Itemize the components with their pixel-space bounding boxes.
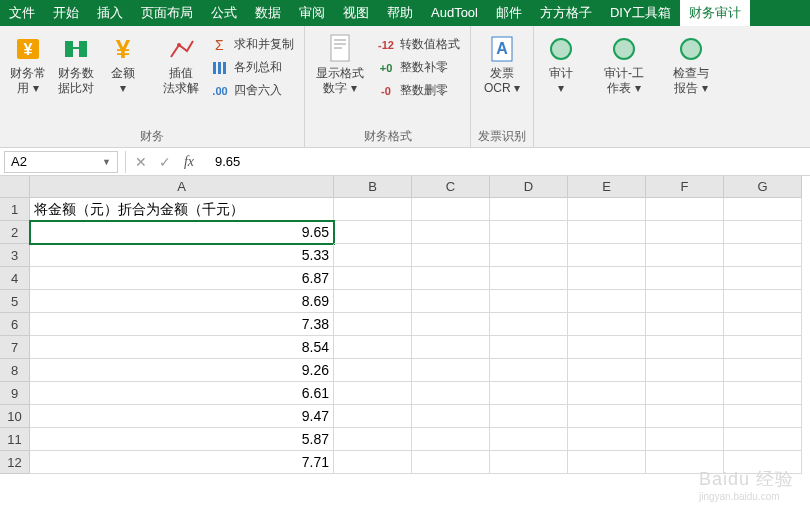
menu-item-11[interactable]: 方方格子 <box>531 0 601 26</box>
cell-D1[interactable] <box>490 198 568 221</box>
cell-B4[interactable] <box>334 267 412 290</box>
cell-E4[interactable] <box>568 267 646 290</box>
cell-D12[interactable] <box>490 451 568 474</box>
cell-D3[interactable] <box>490 244 568 267</box>
cell-F4[interactable] <box>646 267 724 290</box>
cell-E3[interactable] <box>568 244 646 267</box>
cell-G10[interactable] <box>724 405 802 428</box>
cell-F1[interactable] <box>646 198 724 221</box>
cell-E1[interactable] <box>568 198 646 221</box>
col-header-C[interactable]: C <box>412 176 490 198</box>
row-header-5[interactable]: 5 <box>0 290 30 313</box>
cell-C9[interactable] <box>412 382 490 405</box>
cell-F6[interactable] <box>646 313 724 336</box>
row-header-10[interactable]: 10 <box>0 405 30 428</box>
cell-A4[interactable]: 6.87 <box>30 267 334 290</box>
display-format-button[interactable]: 显示格式数字 ▾ <box>311 30 369 98</box>
interpolation-button[interactable]: 插值法求解 <box>159 30 203 98</box>
col-header-B[interactable]: B <box>334 176 412 198</box>
cell-F9[interactable] <box>646 382 724 405</box>
cell-A7[interactable]: 8.54 <box>30 336 334 359</box>
cell-E12[interactable] <box>568 451 646 474</box>
col-header-F[interactable]: F <box>646 176 724 198</box>
int-pad-button[interactable]: +0整数补零 <box>373 57 464 78</box>
cell-G4[interactable] <box>724 267 802 290</box>
menu-item-8[interactable]: 帮助 <box>378 0 422 26</box>
amount-button[interactable]: ¥ 金额▾ <box>102 30 144 98</box>
cell-C2[interactable] <box>412 221 490 244</box>
cell-B6[interactable] <box>334 313 412 336</box>
check-report-button[interactable]: 检查与报告 ▾ <box>666 30 716 98</box>
cell-E9[interactable] <box>568 382 646 405</box>
cell-D7[interactable] <box>490 336 568 359</box>
cell-B5[interactable] <box>334 290 412 313</box>
menu-item-2[interactable]: 插入 <box>88 0 132 26</box>
cell-F11[interactable] <box>646 428 724 451</box>
finance-compare-button[interactable]: 财务数据比对 <box>54 30 98 98</box>
col-header-G[interactable]: G <box>724 176 802 198</box>
cell-A11[interactable]: 5.87 <box>30 428 334 451</box>
cell-B1[interactable] <box>334 198 412 221</box>
cell-G8[interactable] <box>724 359 802 382</box>
cell-G6[interactable] <box>724 313 802 336</box>
cell-G7[interactable] <box>724 336 802 359</box>
cell-F2[interactable] <box>646 221 724 244</box>
cell-D8[interactable] <box>490 359 568 382</box>
row-header-9[interactable]: 9 <box>0 382 30 405</box>
cell-E10[interactable] <box>568 405 646 428</box>
menu-item-5[interactable]: 数据 <box>246 0 290 26</box>
cell-C6[interactable] <box>412 313 490 336</box>
row-header-6[interactable]: 6 <box>0 313 30 336</box>
row-header-1[interactable]: 1 <box>0 198 30 221</box>
cell-C5[interactable] <box>412 290 490 313</box>
fx-icon[interactable]: fx <box>177 154 201 170</box>
cell-B12[interactable] <box>334 451 412 474</box>
cell-A8[interactable]: 9.26 <box>30 359 334 382</box>
col-header-D[interactable]: D <box>490 176 568 198</box>
cell-E2[interactable] <box>568 221 646 244</box>
cell-F3[interactable] <box>646 244 724 267</box>
sum-copy-button[interactable]: Σ求和并复制 <box>207 34 298 55</box>
cell-B10[interactable] <box>334 405 412 428</box>
row-header-3[interactable]: 3 <box>0 244 30 267</box>
cell-E6[interactable] <box>568 313 646 336</box>
cell-C3[interactable] <box>412 244 490 267</box>
to-numeric-button[interactable]: -12转数值格式 <box>373 34 464 55</box>
cell-B8[interactable] <box>334 359 412 382</box>
row-header-11[interactable]: 11 <box>0 428 30 451</box>
cell-G2[interactable] <box>724 221 802 244</box>
row-header-12[interactable]: 12 <box>0 451 30 474</box>
select-all-corner[interactable] <box>0 176 30 198</box>
cell-B2[interactable] <box>334 221 412 244</box>
cell-F8[interactable] <box>646 359 724 382</box>
cell-D11[interactable] <box>490 428 568 451</box>
cell-A6[interactable]: 7.38 <box>30 313 334 336</box>
cell-C1[interactable] <box>412 198 490 221</box>
menu-item-1[interactable]: 开始 <box>44 0 88 26</box>
finance-common-button[interactable]: ¥ 财务常用 ▾ <box>6 30 50 98</box>
cell-D10[interactable] <box>490 405 568 428</box>
cell-G9[interactable] <box>724 382 802 405</box>
round-button[interactable]: .00四舍六入 <box>207 80 298 101</box>
cell-C10[interactable] <box>412 405 490 428</box>
menu-item-7[interactable]: 视图 <box>334 0 378 26</box>
cell-D9[interactable] <box>490 382 568 405</box>
cell-D6[interactable] <box>490 313 568 336</box>
cell-B11[interactable] <box>334 428 412 451</box>
cell-A1[interactable]: 将金额（元）折合为金额（千元） <box>30 198 334 221</box>
cell-A9[interactable]: 6.61 <box>30 382 334 405</box>
menu-item-4[interactable]: 公式 <box>202 0 246 26</box>
cell-B9[interactable] <box>334 382 412 405</box>
cell-E7[interactable] <box>568 336 646 359</box>
cell-F5[interactable] <box>646 290 724 313</box>
row-header-4[interactable]: 4 <box>0 267 30 290</box>
invoice-ocr-button[interactable]: A 发票OCR ▾ <box>477 30 527 98</box>
cell-A10[interactable]: 9.47 <box>30 405 334 428</box>
col-header-A[interactable]: A <box>30 176 334 198</box>
cell-D2[interactable] <box>490 221 568 244</box>
cell-C7[interactable] <box>412 336 490 359</box>
cell-B7[interactable] <box>334 336 412 359</box>
audit-button[interactable]: 审计▾ <box>540 30 582 98</box>
menu-item-0[interactable]: 文件 <box>0 0 44 26</box>
row-header-2[interactable]: 2 <box>0 221 30 244</box>
